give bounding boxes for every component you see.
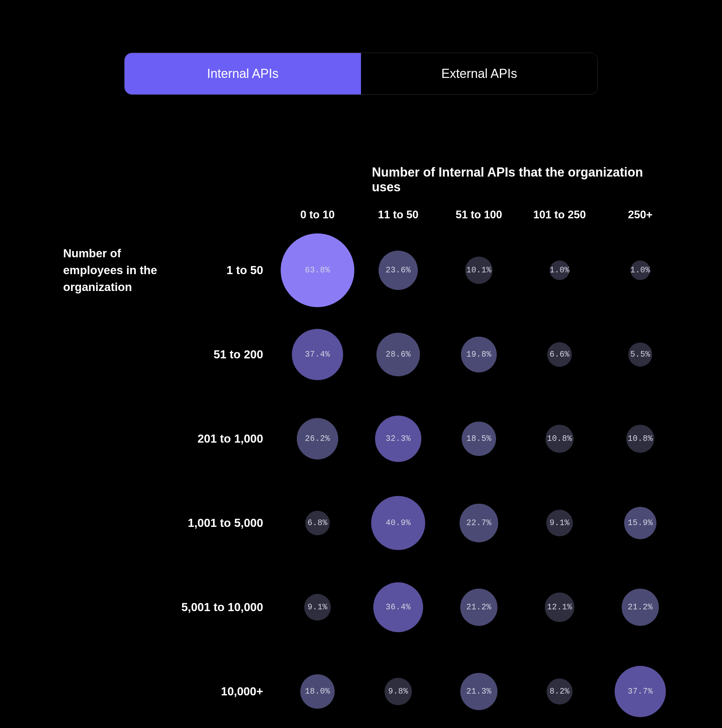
row-label: 1 to 50 [176,264,277,277]
chart-cell: 5.5% [600,312,681,397]
chart-cell: 9.8% [358,649,438,728]
tab-internal-apis[interactable]: Internal APIs [125,53,361,95]
row-label: 1,001 to 5,000 [176,516,277,530]
bubble-chart: Number of Internal APIs that the organiz… [63,165,659,728]
col-header: 51 to 100 [438,208,519,228]
bubble: 10.8% [545,425,574,453]
api-tabs: Internal APIs External APIs [124,53,598,95]
bubble: 40.9% [371,496,425,550]
bubble: 37.4% [292,329,343,380]
bubble: 9.8% [385,678,412,705]
chart-cell: 15.9% [600,481,681,565]
chart-cell: 37.4% [277,312,358,397]
bubble: 18.5% [462,422,496,456]
chart-cell: 21.2% [438,565,519,649]
row-label: 201 to 1,000 [176,432,277,445]
chart-cell: 9.1% [277,565,358,649]
chart-title: Number of Internal APIs that the organiz… [372,165,659,194]
bubble: 37.7% [615,666,666,717]
chart-cell: 40.9% [358,481,438,565]
chart-cell: 37.7% [600,649,681,728]
bubble: 26.2% [297,418,338,459]
bubble: 5.5% [628,343,652,366]
chart-grid: 0 to 1011 to 5051 to 100101 to 250250+Nu… [63,208,659,728]
bubble: 6.6% [547,342,572,367]
chart-cell: 18.5% [438,397,519,481]
bubble: 12.1% [545,592,574,622]
chart-cell: 1.0% [600,228,681,312]
row-label: 5,001 to 10,000 [176,601,277,614]
bubble: 9.1% [546,510,573,536]
bubble: 15.9% [624,507,657,540]
chart-cell: 8.2% [519,649,600,728]
row-label: 51 to 200 [176,348,277,361]
bubble: 32.3% [375,416,422,462]
col-header: 250+ [600,208,681,228]
col-header: 0 to 10 [277,208,358,228]
chart-cell: 9.1% [519,481,600,565]
chart-cell: 28.6% [358,312,438,397]
chart-cell: 26.2% [277,397,358,481]
col-header: 11 to 50 [358,208,438,228]
chart-cell: 32.3% [358,397,438,481]
bubble: 22.7% [459,504,498,542]
bubble: 36.4% [373,582,423,633]
chart-cell: 21.3% [438,649,519,728]
bubble: 10.8% [626,425,654,453]
tab-external-apis[interactable]: External APIs [361,53,597,95]
chart-cell: 10.1% [438,228,519,312]
chart-cell: 10.8% [600,397,681,481]
chart-cell: 1.0% [519,228,600,312]
chart-cell: 19.8% [438,312,519,397]
chart-cell: 36.4% [358,565,438,649]
bubble: 63.8% [281,233,354,307]
chart-cell: 63.8% [277,228,358,312]
chart-cell: 12.1% [519,565,600,649]
col-header: 101 to 250 [519,208,600,228]
chart-cell: 22.7% [438,481,519,565]
bubble: 9.1% [304,594,331,621]
bubble: 18.0% [300,674,335,709]
bubble: 8.2% [546,679,572,705]
chart-cell: 6.6% [519,312,600,397]
bubble: 1.0% [630,260,650,280]
bubble: 1.0% [550,260,569,280]
bubble: 19.8% [461,336,497,372]
bubble: 10.1% [465,257,493,284]
bubble: 21.2% [622,589,659,626]
chart-cell: 10.8% [519,397,600,481]
row-label: 10,000+ [176,685,277,698]
chart-cell: 21.2% [600,565,681,649]
y-axis-label: Number of employees in the organization [63,245,176,295]
bubble: 28.6% [376,333,420,376]
chart-cell: 23.6% [358,228,438,312]
bubble: 21.3% [460,673,498,710]
bubble: 23.6% [379,251,417,290]
chart-cell: 6.8% [277,481,358,565]
bubble: 21.2% [460,589,498,626]
chart-cell: 18.0% [277,649,358,728]
bubble: 6.8% [305,511,330,535]
